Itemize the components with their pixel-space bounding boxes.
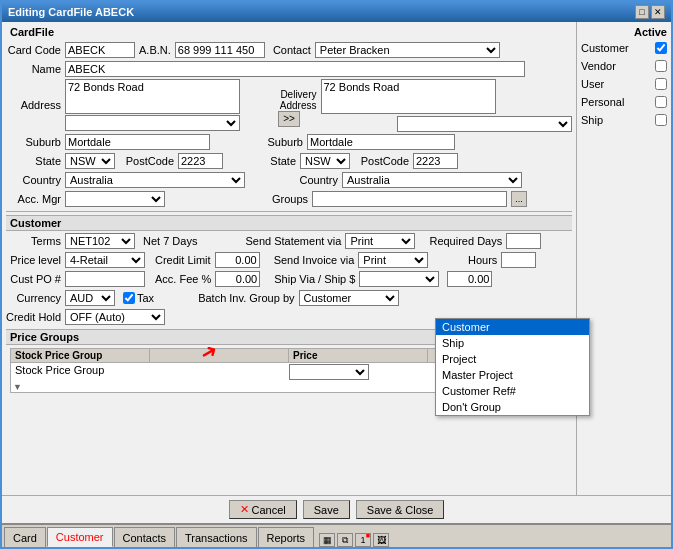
custpo-input[interactable] (65, 271, 145, 287)
state-delivery-select[interactable]: NSW (300, 153, 350, 169)
tax-label: Tax (137, 292, 154, 304)
currency-select[interactable]: AUD (65, 290, 115, 306)
suburb-delivery-input[interactable] (307, 134, 455, 150)
send-statement-label: Send Statement via (245, 235, 341, 247)
accfee-input[interactable] (215, 271, 260, 287)
icon-copy[interactable]: ⧉ (337, 533, 353, 547)
required-days-label: Required Days (429, 235, 502, 247)
dropdown-item-ship[interactable]: Ship (436, 335, 589, 351)
address-input[interactable]: 72 Bonds Road (65, 79, 240, 114)
custpo-row: Cust PO # Acc. Fee % Ship Via / Ship $ (6, 270, 572, 288)
country-select[interactable]: Australia (65, 172, 245, 188)
cancel-button[interactable]: ✕ Cancel (229, 500, 297, 519)
icon-grid[interactable]: ▦ (319, 533, 335, 547)
pg-col-empty (150, 349, 289, 362)
dropdown-item-master-project[interactable]: Master Project (436, 367, 589, 383)
tab-customer-label: Customer (56, 531, 104, 543)
name-label: Name (6, 63, 61, 75)
shipvia-select[interactable] (359, 271, 439, 287)
credit-limit-label: Credit Limit (155, 254, 211, 266)
postcode-input[interactable] (178, 153, 223, 169)
ship-cost-input[interactable] (447, 271, 492, 287)
send-invoice-label: Send Invoice via (274, 254, 355, 266)
save-button[interactable]: Save (303, 500, 350, 519)
hours-input[interactable] (501, 252, 536, 268)
tab-reports[interactable]: Reports (258, 527, 315, 547)
accmgr-label: Acc. Mgr (6, 193, 61, 205)
credithold-select[interactable]: OFF (Auto) (65, 309, 165, 325)
delivery-state-select[interactable] (397, 116, 572, 132)
tax-checkbox[interactable] (123, 292, 135, 304)
custpo-label: Cust PO # (6, 273, 61, 285)
dropdown-item-dont-group[interactable]: Don't Group (436, 399, 589, 415)
customer-section-label: Customer (6, 215, 572, 231)
send-invoice-select[interactable]: Print (358, 252, 428, 268)
tab-card[interactable]: Card (4, 527, 46, 547)
pricegroups-label: Price Groups (10, 331, 79, 343)
dropdown-item-project[interactable]: Project (436, 351, 589, 367)
address-label: Address (6, 99, 61, 111)
customer-checkbox[interactable] (655, 42, 667, 54)
state-delivery-label: State (241, 155, 296, 167)
name-input[interactable] (65, 61, 525, 77)
send-statement-select[interactable]: Print (345, 233, 415, 249)
country-delivery-label: Country (283, 174, 338, 186)
country-delivery-select[interactable]: Australia (342, 172, 522, 188)
accmgr-row: Acc. Mgr Groups ... (6, 190, 572, 208)
main-window: Editing CardFile ABECK □ ✕ CardFile Card… (0, 0, 673, 549)
batchinv-select[interactable]: Customer (299, 290, 399, 306)
pg-col-price: Price (289, 349, 428, 362)
groups-input[interactable] (312, 191, 507, 207)
dropdown-item-customer-ref[interactable]: Customer Ref# (436, 383, 589, 399)
pricelevel-select[interactable]: 4-Retail (65, 252, 145, 268)
credithold-label: Credit Hold (6, 311, 61, 323)
accfee-label: Acc. Fee % (155, 273, 211, 285)
tab-transactions-label: Transactions (185, 532, 248, 544)
restore-button[interactable]: □ (635, 5, 649, 19)
close-button[interactable]: ✕ (651, 5, 665, 19)
icon-number[interactable]: 1■ (355, 533, 371, 547)
user-checkbox[interactable] (655, 78, 667, 90)
accmgr-select[interactable] (65, 191, 165, 207)
title-buttons: □ ✕ (635, 5, 665, 19)
personal-checkbox[interactable] (655, 96, 667, 108)
customer-label: Customer (10, 217, 61, 229)
vendor-checkbox[interactable] (655, 60, 667, 72)
groups-label: Groups (253, 193, 308, 205)
pg-arrow: ▼ (13, 382, 22, 392)
batch-inv-dropdown: Customer Ship Project Master Project Cus… (435, 318, 590, 416)
dropdown-item-customer[interactable]: Customer (436, 319, 589, 335)
tab-customer[interactable]: Customer (47, 527, 113, 547)
cardcode-input[interactable] (65, 42, 135, 58)
contact-label: Contact (269, 44, 311, 56)
bottom-tabs: Card Customer Contacts Transactions Repo… (2, 523, 671, 547)
address-state-select[interactable] (65, 115, 240, 131)
tab-reports-label: Reports (267, 532, 306, 544)
cardcode-row: Card Code A.B.N. Contact Peter Bracken (6, 41, 572, 59)
abn-input[interactable] (175, 42, 265, 58)
state-select[interactable]: NSW (65, 153, 115, 169)
groups-dots-button[interactable]: ... (511, 191, 527, 207)
vendor-checkbox-row: Vendor (581, 58, 667, 74)
postcode-delivery-input[interactable] (413, 153, 458, 169)
save-close-button[interactable]: Save & Close (356, 500, 445, 519)
right-panel: Active Customer Vendor User Personal (576, 22, 671, 495)
contact-select[interactable]: Peter Bracken (315, 42, 500, 58)
ship-checkbox[interactable] (655, 114, 667, 126)
terms-select[interactable]: NET102 (65, 233, 135, 249)
required-days-input[interactable] (506, 233, 541, 249)
pricelevel-label: Price level (6, 254, 61, 266)
credit-limit-input[interactable] (215, 252, 260, 268)
delivery-address-input[interactable]: 72 Bonds Road (321, 79, 496, 114)
country-label: Country (6, 174, 61, 186)
left-panel: CardFile Card Code A.B.N. Contact Peter … (2, 22, 576, 495)
suburb-input[interactable] (65, 134, 210, 150)
state-label: State (6, 155, 61, 167)
icon-photo[interactable]: 🖼 (373, 533, 389, 547)
copy-address-button[interactable]: >> (278, 111, 300, 127)
tab-transactions[interactable]: Transactions (176, 527, 257, 547)
user-checkbox-row: User (581, 76, 667, 92)
tab-contacts[interactable]: Contacts (114, 527, 175, 547)
pg-dropdown[interactable] (289, 364, 369, 380)
customer-checkbox-label: Customer (581, 42, 629, 54)
